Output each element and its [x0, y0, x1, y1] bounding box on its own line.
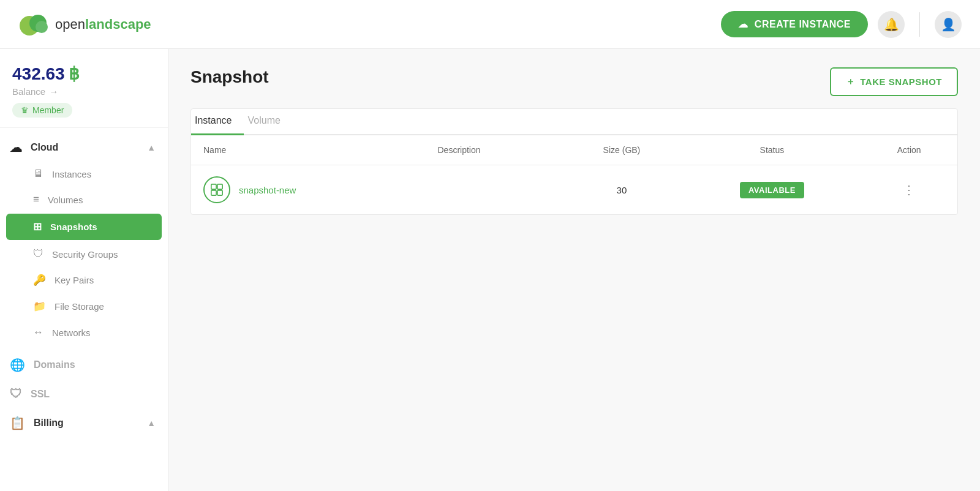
svg-rect-5	[211, 190, 216, 195]
notifications-button[interactable]: 🔔	[878, 11, 905, 38]
page-title: Snapshot	[190, 67, 269, 87]
balance-value: 432.63	[12, 64, 65, 84]
col-description: Description	[425, 135, 560, 165]
header-divider	[919, 12, 920, 37]
instances-label: Instances	[52, 169, 91, 179]
ssl-icon: 🛡	[10, 387, 22, 401]
volumes-label: Volumes	[48, 195, 83, 205]
sidebar-item-snapshots[interactable]: ⊞ Snapshots	[6, 214, 162, 240]
sidebar-item-security-groups[interactable]: 🛡 Security Groups	[0, 241, 168, 267]
file-storage-icon: 📁	[33, 300, 46, 313]
user-avatar-button[interactable]: 👤	[935, 11, 962, 38]
svg-rect-6	[217, 190, 222, 195]
logo-icon	[18, 12, 50, 37]
globe-icon: 🌐	[10, 358, 25, 372]
svg-point-2	[36, 21, 48, 33]
svg-rect-4	[217, 184, 222, 189]
status-badge: AVAILABLE	[740, 182, 804, 198]
balance-arrow: →	[49, 86, 58, 97]
cloud-nav-icon: ☁	[10, 140, 22, 155]
file-storage-label: File Storage	[55, 301, 104, 312]
snapshots-label: Snapshots	[50, 222, 97, 232]
cloud-chevron-icon: ▲	[147, 143, 156, 152]
tab-instance-label: Instance	[195, 115, 232, 126]
sidebar-item-networks[interactable]: ↔ Networks	[0, 320, 168, 345]
member-badge: ♛ Member	[12, 103, 72, 118]
domains-label: Domains	[34, 359, 75, 370]
svg-rect-3	[211, 184, 216, 189]
page-header: Snapshot ＋ TAKE SNAPSHOT	[190, 67, 958, 96]
networks-label: Networks	[52, 328, 91, 338]
security-groups-label: Security Groups	[52, 249, 118, 260]
networks-icon: ↔	[33, 326, 43, 339]
snapshots-icon: ⊞	[33, 220, 42, 233]
sidebar-item-instances[interactable]: 🖥 Instances	[0, 161, 168, 187]
sidebar-item-ssl[interactable]: 🛡 SSL	[0, 378, 168, 407]
cloud-nav-section: ☁ Cloud ▲ 🖥 Instances ≡ Volumes ⊞ Snapsh…	[0, 128, 168, 349]
billing-chevron-icon: ▲	[147, 418, 156, 428]
ssl-label: SSL	[31, 389, 50, 400]
take-snapshot-button[interactable]: ＋ TAKE SNAPSHOT	[830, 67, 958, 96]
sidebar-item-file-storage[interactable]: 📁 File Storage	[0, 293, 168, 320]
sidebar-item-key-pairs[interactable]: 🔑 Key Pairs	[0, 267, 168, 293]
bell-icon: 🔔	[884, 17, 899, 32]
app-body: 432.63 ฿ Balance → ♛ Member ☁ Cloud ▲	[0, 49, 980, 491]
snapshot-name-cell: snapshot-new	[191, 165, 425, 215]
snapshot-status-cell: AVAILABLE	[684, 165, 861, 215]
header-actions: ☁ CREATE INSTANCE 🔔 👤	[721, 11, 962, 38]
balance-link[interactable]: Balance →	[12, 86, 156, 97]
col-status: Status	[684, 135, 861, 165]
plus-icon: ＋	[846, 76, 856, 88]
col-name: Name	[191, 135, 425, 165]
table-body: snapshot-new 30 AVAILABLE ⋮	[191, 165, 957, 215]
cloud-icon: ☁	[738, 18, 748, 30]
logo-text: openlandscape	[55, 17, 151, 32]
user-icon: 👤	[941, 17, 956, 32]
cloud-section-header[interactable]: ☁ Cloud ▲	[0, 132, 168, 161]
key-pairs-label: Key Pairs	[55, 275, 94, 285]
sidebar-item-volumes[interactable]: ≡ Volumes	[0, 187, 168, 212]
billing-section-title: 📋 Billing	[10, 416, 64, 430]
col-action: Action	[861, 135, 957, 165]
member-label: Member	[32, 105, 64, 115]
security-icon: 🛡	[33, 248, 43, 260]
billing-label: Billing	[34, 418, 64, 429]
key-icon: 🔑	[33, 274, 46, 287]
balance-currency: ฿	[69, 64, 80, 84]
snapshot-action-cell[interactable]: ⋮	[861, 165, 957, 215]
balance-label: Balance	[12, 86, 45, 97]
billing-icon: 📋	[10, 416, 25, 430]
cloud-section-title: ☁ Cloud	[10, 140, 58, 155]
snapshot-name-link[interactable]: snapshot-new	[239, 185, 296, 195]
logo: openlandscape	[18, 12, 151, 37]
volumes-icon: ≡	[33, 193, 39, 206]
col-size: Size (GB)	[560, 135, 683, 165]
snapshot-description-cell	[425, 165, 560, 215]
sidebar: 432.63 ฿ Balance → ♛ Member ☁ Cloud ▲	[0, 49, 168, 491]
snapshot-size-cell: 30	[560, 165, 683, 215]
snapshot-row-icon	[203, 176, 230, 203]
tab-volume-label: Volume	[247, 115, 280, 126]
cloud-title-label: Cloud	[31, 142, 58, 153]
snapshot-table: Name Description Size (GB) Status Action	[191, 135, 957, 214]
balance-amount: 432.63 ฿	[12, 64, 156, 84]
take-snapshot-label: TAKE SNAPSHOT	[860, 77, 942, 87]
instances-icon: 🖥	[33, 168, 43, 180]
create-instance-label: CREATE INSTANCE	[755, 19, 851, 30]
tabs-container: Instance Volume	[191, 109, 957, 135]
table-row: snapshot-new 30 AVAILABLE ⋮	[191, 165, 957, 215]
table-header: Name Description Size (GB) Status Action	[191, 135, 957, 165]
header: openlandscape ☁ CREATE INSTANCE 🔔 👤	[0, 0, 980, 49]
snapshot-table-container: Instance Volume Name Description Size (G…	[190, 108, 958, 215]
billing-section-header[interactable]: 📋 Billing ▲	[0, 407, 168, 437]
tab-volume[interactable]: Volume	[244, 109, 292, 135]
main-content: Snapshot ＋ TAKE SNAPSHOT Instance Volume…	[168, 49, 980, 491]
sidebar-item-domains[interactable]: 🌐 Domains	[0, 349, 168, 378]
crown-icon: ♛	[21, 105, 29, 115]
tab-instance[interactable]: Instance	[191, 109, 244, 135]
balance-section: 432.63 ฿ Balance → ♛ Member	[0, 49, 168, 128]
create-instance-button[interactable]: ☁ CREATE INSTANCE	[721, 11, 868, 37]
action-menu-button[interactable]: ⋮	[903, 183, 916, 197]
